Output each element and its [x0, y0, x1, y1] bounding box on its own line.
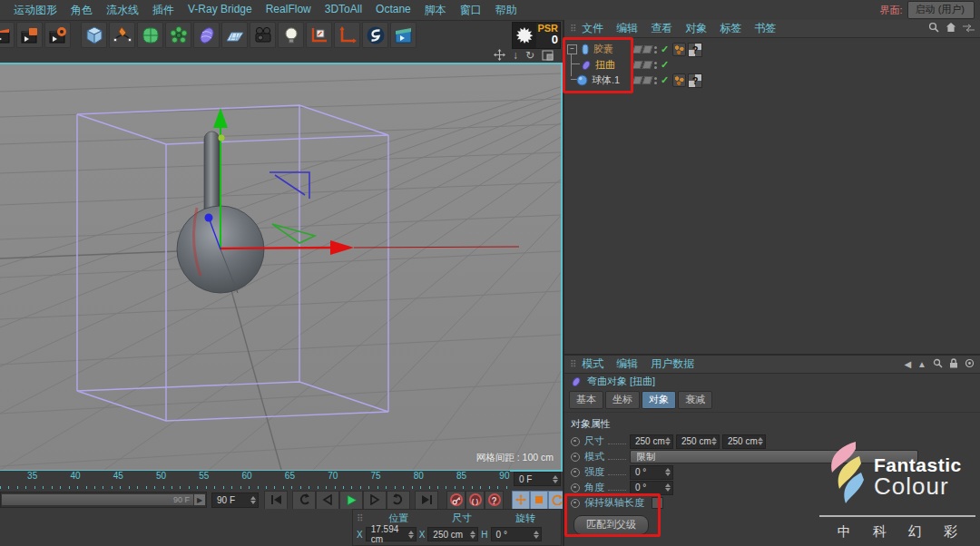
attribute-menu-item[interactable]: 用户数据 [651, 356, 694, 372]
grip-icon[interactable]: ⠿ [570, 24, 576, 34]
range-handle[interactable]: ▶ [194, 494, 205, 505]
lock-icon[interactable] [949, 358, 958, 371]
object-manager-menu-item[interactable]: 编辑 [616, 21, 638, 36]
grip-icon[interactable]: ⠿ [570, 359, 576, 369]
tree-row-capsule[interactable]: − 胶囊 ✓ ? [564, 42, 980, 57]
size-x-field[interactable]: 250 cm [630, 434, 673, 449]
attribute-menu-item[interactable]: 编辑 [616, 356, 638, 372]
position-x-field[interactable]: 17.594 cm [366, 527, 416, 541]
render-visibility-dot[interactable] [642, 61, 653, 69]
target-icon[interactable] [965, 358, 975, 371]
size-z-field[interactable]: 250 cm [722, 434, 766, 449]
spinner-arrows[interactable] [553, 475, 558, 483]
record-keyframe-button[interactable] [446, 491, 466, 509]
tab-coordinates[interactable]: 坐标 [605, 391, 640, 409]
goto-end-button[interactable] [415, 491, 438, 509]
object-properties-section[interactable]: 对象属性 [564, 412, 980, 434]
tab-falloff[interactable]: 衰减 [678, 391, 712, 409]
axis-icon[interactable] [334, 22, 360, 48]
menu-item[interactable]: 帮助 [495, 3, 517, 18]
home-icon[interactable] [946, 22, 956, 35]
tree-row-bend[interactable]: 扭曲 ✓ [564, 57, 980, 73]
attribute-menu-item[interactable]: 模式 [582, 356, 603, 372]
menu-item[interactable]: V-Ray Bridge [188, 3, 252, 18]
back-icon[interactable]: ◀ [904, 359, 911, 369]
menu-item[interactable]: Octane [376, 3, 411, 18]
play-forwards-button[interactable] [339, 491, 363, 509]
clapper-motion-icon[interactable] [16, 22, 43, 48]
menu-item[interactable]: 脚本 [425, 3, 446, 18]
anim-dot-icon[interactable] [571, 437, 580, 446]
dolly-camera-icon[interactable]: ↓ [513, 50, 518, 61]
visibility-dots[interactable] [653, 62, 657, 69]
interface-dropdown[interactable]: 启动 (用户) [907, 1, 975, 19]
object-manager-menu-item[interactable]: 标签 [720, 21, 741, 36]
xpresso-icon[interactable] [362, 22, 388, 48]
menu-item[interactable]: 窗口 [460, 3, 482, 18]
strength-field[interactable]: 0 ° [630, 465, 673, 480]
render-clapper-icon[interactable] [390, 22, 416, 48]
menu-item[interactable]: 角色 [71, 3, 93, 18]
question-tag-icon[interactable]: ? [688, 73, 702, 88]
menu-item[interactable]: 运动图形 [14, 3, 57, 18]
pan-camera-icon[interactable] [494, 49, 505, 61]
workplane-icon[interactable] [306, 22, 332, 48]
tree-row-sphere[interactable]: 球体.1 ✓ ? [564, 73, 980, 88]
visibility-dots[interactable] [653, 77, 657, 84]
play-loop-button[interactable] [387, 491, 410, 509]
visibility-dots[interactable] [653, 46, 657, 54]
timeline-ruler[interactable]: 354045505560657075808590 [0, 471, 510, 489]
bend-deformer-icon[interactable] [193, 22, 220, 48]
anim-dot-icon[interactable] [571, 468, 580, 477]
spline-pen-icon[interactable] [109, 22, 135, 48]
grip-icon[interactable]: ⠿ [357, 513, 363, 523]
preview-range-slider[interactable]: 90 F ▶ [0, 492, 207, 508]
menu-item[interactable]: 插件 [152, 3, 174, 18]
material-tag-icon[interactable] [672, 73, 686, 87]
object-manager-menu-item[interactable]: 书签 [754, 21, 776, 36]
rotate-camera-icon[interactable]: ↻ [525, 50, 534, 61]
key-rotation-toggle[interactable] [548, 491, 563, 509]
size-x-field[interactable]: 250 cm [427, 527, 478, 541]
range-bar[interactable]: 90 F [2, 494, 193, 505]
size-y-field[interactable]: 250 cm [676, 434, 720, 449]
enabled-check-icon[interactable]: ✓ [661, 44, 669, 55]
star-icon[interactable] [513, 23, 536, 48]
material-tag-icon[interactable] [672, 43, 686, 56]
swap-arrows-icon[interactable] [963, 23, 975, 35]
render-visibility-dot[interactable] [642, 76, 653, 84]
toggle-view-icon[interactable] [542, 50, 554, 61]
search-icon[interactable] [933, 358, 943, 371]
enabled-check-icon[interactable]: ✓ [661, 59, 669, 71]
fit-to-parent-button[interactable]: 匹配到父级 [573, 515, 649, 535]
tab-basic[interactable]: 基本 [569, 391, 603, 409]
end-frame-field[interactable]: 90 F [211, 492, 259, 508]
cube-primitive-icon[interactable] [81, 22, 107, 48]
object-manager-menu-item[interactable]: 对象 [685, 21, 707, 36]
viewport-3d[interactable]: 网格间距 : 100 cm [0, 63, 563, 472]
camera-icon[interactable] [250, 22, 276, 48]
menu-item[interactable]: RealFlow [266, 3, 311, 18]
play-backwards-button[interactable] [292, 491, 316, 509]
keep-length-checkbox[interactable] [652, 497, 663, 509]
goto-start-button[interactable] [264, 491, 288, 509]
anim-dot-icon[interactable] [571, 499, 580, 508]
previous-frame-button[interactable] [316, 491, 339, 509]
record-help-button[interactable]: ? [485, 491, 504, 509]
floor-environment-icon[interactable] [221, 22, 248, 48]
anim-dot-icon[interactable] [571, 453, 580, 462]
clapper-gear-icon[interactable] [44, 22, 71, 48]
autokey-button[interactable]: ( ) [466, 491, 485, 509]
menu-item[interactable]: 流水线 [106, 3, 139, 18]
current-frame-field[interactable]: 0 F [514, 472, 561, 486]
question-tag-icon[interactable]: ? [688, 43, 702, 57]
menu-item[interactable]: 3DToAll [325, 3, 362, 18]
enabled-check-icon[interactable]: ✓ [661, 74, 669, 86]
up-icon[interactable]: ▲ [917, 359, 926, 369]
rotation-h-field[interactable]: 0 ° [491, 527, 542, 541]
search-icon[interactable] [928, 22, 939, 35]
anim-dot-icon[interactable] [571, 483, 580, 492]
light-icon[interactable] [278, 22, 304, 48]
spinner-arrows[interactable] [250, 496, 256, 504]
collapse-expander-icon[interactable]: − [567, 44, 577, 54]
